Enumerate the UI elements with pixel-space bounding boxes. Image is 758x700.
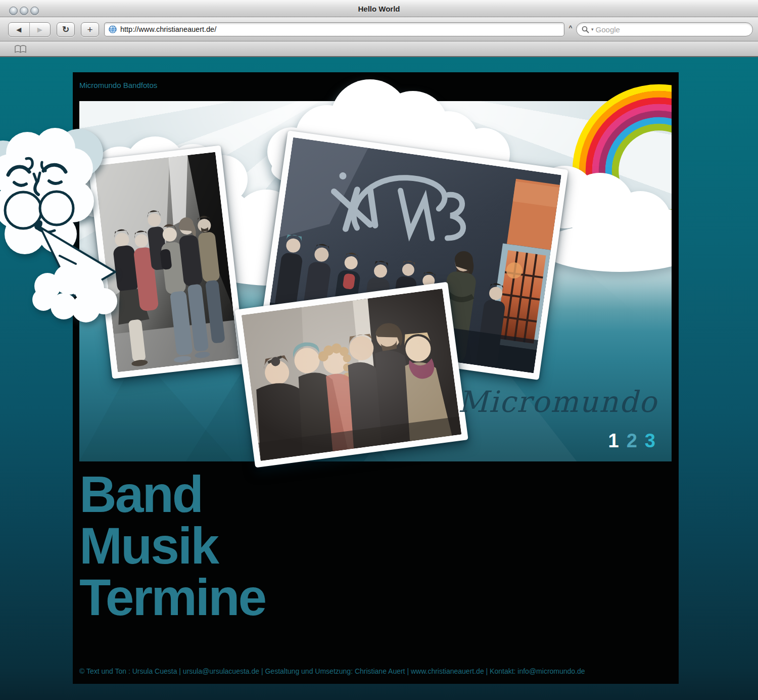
- search-input[interactable]: [596, 25, 747, 34]
- snapback-caret-icon[interactable]: ^: [566, 24, 575, 34]
- nav-link-termine[interactable]: Termine: [79, 572, 265, 623]
- pagination-page-1[interactable]: 1: [608, 431, 619, 450]
- nav-link-band[interactable]: Band: [79, 469, 265, 520]
- browser-toolbar: ◀ ▶ ↻ + ^ ▾: [0, 17, 758, 41]
- book-icon[interactable]: [14, 45, 27, 54]
- add-bookmark-button[interactable]: +: [81, 22, 99, 37]
- web-page: Micromundo Bandfotos: [0, 57, 758, 700]
- back-button[interactable]: ◀: [9, 23, 30, 36]
- wind-cloud-illustration: [0, 125, 122, 328]
- banner-collage: Micromundo 1 2 3: [79, 101, 672, 461]
- address-bar[interactable]: [104, 22, 564, 36]
- browser-chrome: Hello World ◀ ▶ ↻ + ^ ▾: [0, 0, 758, 57]
- title-bar: Hello World: [0, 0, 758, 17]
- micromundo-logo: Micromundo: [458, 385, 657, 419]
- reload-button[interactable]: ↻: [57, 22, 75, 37]
- bookmarks-bar: [0, 41, 758, 57]
- history-nav-group: ◀ ▶: [8, 22, 51, 37]
- forward-button[interactable]: ▶: [30, 23, 51, 36]
- url-input[interactable]: [120, 25, 560, 33]
- footer-credits: © Text und Ton : Ursula Cuesta | ursula@…: [79, 667, 585, 675]
- main-navigation: Band Musik Termine: [79, 469, 265, 623]
- search-dropdown-icon[interactable]: ▾: [591, 27, 594, 32]
- search-field[interactable]: ▾: [576, 22, 753, 36]
- gallery-pagination: 1 2 3: [608, 431, 655, 450]
- band-photo-3-image: [242, 289, 462, 461]
- nav-link-musik[interactable]: Musik: [79, 520, 265, 572]
- window-title: Hello World: [0, 5, 758, 13]
- pagination-page-2[interactable]: 2: [627, 431, 637, 450]
- band-photo-3: [234, 282, 468, 468]
- search-icon: [582, 26, 589, 33]
- globe-favicon: [109, 25, 117, 33]
- pagination-page-3[interactable]: 3: [645, 431, 655, 450]
- content-box: Micromundo Bandfotos: [73, 72, 679, 684]
